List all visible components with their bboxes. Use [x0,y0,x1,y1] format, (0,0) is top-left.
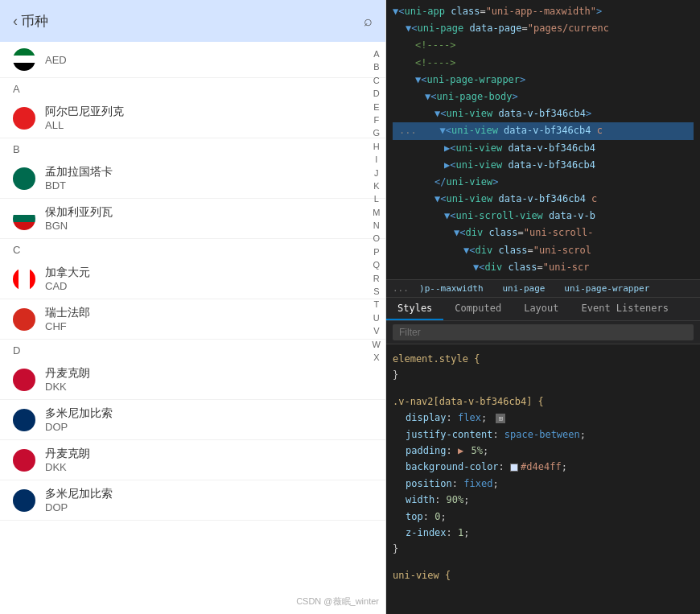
currency-flag [13,489,35,512]
currency-name: 多米尼加比索 [45,487,113,501]
currency-code: CAD [45,280,90,292]
section-letter-d: D [0,340,385,360]
currency-text: 多米尼加比索 DOP [45,406,113,433]
currency-name: 丹麦克朗 [45,366,90,381]
currency-flag [13,208,35,230]
alpha-a[interactable]: A [372,48,381,60]
list-item[interactable]: 丹麦克朗 DKK [0,360,385,400]
alpha-v[interactable]: V [372,325,381,337]
currency-code: DKK [45,381,90,393]
list-item[interactable]: 多米尼加比索 DOP [0,480,385,521]
dom-line: ▼<div class="uni-scrol [393,242,694,259]
tab-computed[interactable]: Computed [443,298,513,320]
alpha-c[interactable]: C [372,75,381,87]
currency-name: 丹麦克朗 [45,447,90,461]
breadcrumb-item[interactable]: )p--maxwidth [414,283,484,294]
currency-code: ALL [45,119,124,131]
currency-flag [13,268,35,291]
alpha-j[interactable]: J [373,167,381,179]
css-rule-uni-view: uni-view { [393,567,694,583]
currency-text: 丹麦克朗 DKK [45,366,90,393]
alpha-t[interactable]: T [372,299,381,311]
list-item[interactable]: 孟加拉国塔卡 BDT [0,159,385,199]
flex-grid-icon[interactable]: ⊞ [496,414,505,423]
list-item[interactable]: 加拿大元 CAD [0,259,385,299]
css-rule-element-style: element.style { } [393,351,694,384]
currency-name: 加拿大元 [45,266,90,280]
currency-flag [13,308,35,331]
list-item[interactable]: 丹麦克朗 DKK [0,440,385,480]
css-rule-v-nav2: .v-nav2[data-v-bf346cb4] { display: flex… [393,394,694,558]
list-item[interactable]: 保加利亚列瓦 BGN [0,199,385,239]
dom-line: <!----> [393,55,694,72]
filter-input[interactable] [393,324,694,340]
dom-tree: ▼<uni-app class="uni-app--maxwidth"> ▼<u… [386,0,700,280]
alpha-m[interactable]: M [371,207,381,219]
currency-list[interactable]: AED A 阿尔巴尼亚列克 ALL B 孟加拉国塔卡 BDT 保加利亚列瓦 B [0,42,385,614]
css-property: display [393,412,447,423]
currency-code: BDT [45,179,113,192]
app-header: ‹ 币种 ⌕ [0,0,385,42]
devtools-tabs: Styles Computed Layout Event Listeners [386,298,700,321]
alpha-e[interactable]: E [372,101,381,113]
currency-flag [13,48,35,71]
alpha-i[interactable]: I [373,154,379,166]
css-panel: element.style { } .v-nav2[data-v-bf346cb… [386,344,700,614]
currency-flag [13,167,35,190]
currency-text: 阿尔巴尼亚列克 ALL [45,105,124,131]
alpha-q[interactable]: Q [372,259,382,271]
alpha-u[interactable]: U [372,312,381,324]
list-item[interactable]: 瑞士法郎 CHF [0,299,385,340]
alpha-w[interactable]: W [371,339,382,351]
currency-code: DKK [45,461,90,473]
tab-event-listeners[interactable]: Event Listeners [570,298,680,320]
css-property: z-index [393,527,447,538]
currency-text: 丹麦克朗 DKK [45,447,90,473]
alpha-r[interactable]: R [372,273,381,285]
alpha-l[interactable]: L [373,193,381,205]
filter-bar [386,321,700,344]
alpha-g[interactable]: G [372,127,382,139]
devtools-panel: ▼<uni-app class="uni-app--maxwidth"> ▼<u… [386,0,700,614]
currency-flag [13,449,35,472]
tab-layout[interactable]: Layout [513,298,570,320]
css-selector: uni-view { [393,570,451,581]
alpha-p[interactable]: P [372,246,381,258]
alpha-s[interactable]: S [372,286,381,298]
alpha-x[interactable]: X [372,352,381,364]
list-item[interactable]: AED [0,42,385,78]
list-item[interactable]: 阿尔巴尼亚列克 ALL [0,98,385,138]
alpha-o[interactable]: O [372,233,382,245]
color-swatch[interactable] [510,464,518,472]
header-left: ‹ 币种 [13,12,48,31]
search-icon[interactable]: ⌕ [364,13,373,30]
alpha-h[interactable]: H [372,141,381,153]
breadcrumb-item[interactable]: uni-page [502,283,545,294]
alpha-b[interactable]: B [372,61,381,73]
alpha-d[interactable]: D [372,88,381,100]
currency-flag [13,369,35,391]
breadcrumb-item[interactable]: uni-page-wrapper [564,283,649,294]
alpha-k[interactable]: K [372,180,381,192]
currency-text: AED [45,54,67,66]
currency-flag [13,409,35,431]
mobile-preview-panel: ‹ 币种 ⌕ AED A 阿尔巴尼亚列克 ALL B 孟加拉国塔卡 [0,0,386,614]
dom-line: <!----> [393,37,694,54]
watermark: CSDN @薇眠_winter [296,595,379,608]
dom-line: ▼<uni-view data-v-bf346cb4> [393,105,694,122]
section-letter-a: A [0,78,385,98]
currency-name: 保加利亚列瓦 [45,205,113,220]
section-letter-b: B [0,138,385,159]
page-title: 币种 [21,12,48,31]
css-property: justify-content [393,429,492,440]
back-arrow-icon[interactable]: ‹ [13,13,18,30]
alpha-n[interactable]: N [372,220,381,232]
currency-code: BGN [45,220,113,232]
alpha-f[interactable]: F [372,114,381,126]
css-selector: .v-nav2[data-v-bf346cb4] { [393,396,544,407]
dom-line: ▼<uni-view data-v-bf346cb4 c [393,191,694,208]
tab-styles[interactable]: Styles [386,298,443,320]
css-selector: element.style { [393,353,480,365]
currency-code: CHF [45,320,90,332]
list-item[interactable]: 多米尼加比索 DOP [0,400,385,440]
